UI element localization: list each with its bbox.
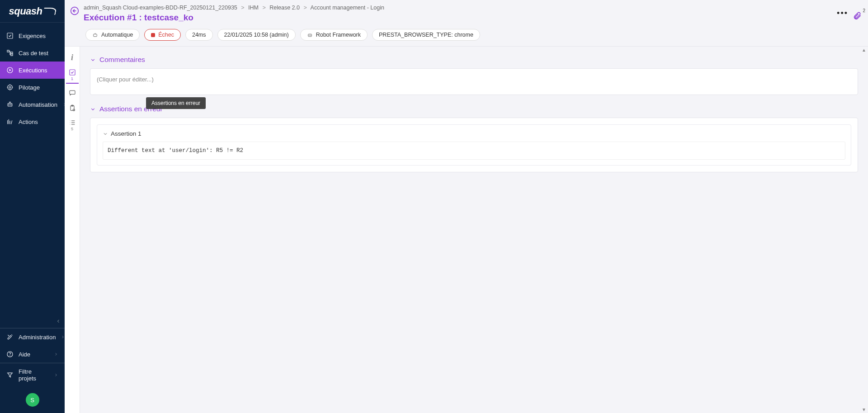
- rail-comments[interactable]: [66, 86, 79, 99]
- assertion-message: Different text at 'user/login': R5 != R2: [103, 142, 845, 160]
- back-button[interactable]: [69, 5, 80, 16]
- pill-mode[interactable]: Automatique: [85, 29, 140, 41]
- logo-text: squash: [9, 5, 42, 17]
- crumb-project[interactable]: admin_Squash Cloud-examples-BDD-RF_20250…: [84, 5, 237, 11]
- nav-label: Exécutions: [19, 67, 47, 74]
- nav-label: Filtre projets: [19, 368, 49, 382]
- nav-label: Pilotage: [19, 84, 40, 91]
- topbar: admin_Squash Cloud-examples-BDD-RF_20250…: [65, 0, 868, 26]
- svg-point-19: [310, 35, 311, 35]
- check-square-icon: [69, 69, 76, 76]
- pills-row: Automatique Échec 24ms 22/01/2025 10:58 …: [65, 26, 868, 46]
- collapse-sidebar-button[interactable]: [0, 314, 65, 328]
- tab-rail: i 1 5: [65, 47, 80, 413]
- pill-label: 24ms: [192, 32, 206, 38]
- nav-actions[interactable]: Actions: [0, 113, 65, 130]
- top-right: ••• 2: [837, 5, 862, 22]
- help-icon: [6, 351, 14, 358]
- rail-info[interactable]: i: [66, 51, 79, 64]
- robot-icon: [6, 101, 14, 108]
- svg-rect-21: [70, 90, 75, 94]
- pill-label: Échec: [158, 32, 174, 38]
- tooltip-assertions: Assertions en erreur: [146, 97, 206, 109]
- nav-label: Actions: [19, 119, 38, 125]
- rail-badge: 5: [71, 127, 73, 131]
- comments-editor[interactable]: (Cliquer pour éditer...): [90, 68, 858, 95]
- svg-point-7: [9, 86, 11, 88]
- robot-small-icon: [92, 32, 98, 38]
- nav-label: Automatisation: [19, 101, 57, 108]
- rail-clipboard[interactable]: [66, 102, 79, 114]
- crumb-ihm[interactable]: IHM: [248, 5, 259, 11]
- nav-cas-de-test[interactable]: Cas de test: [0, 44, 65, 62]
- nav-label: Exigences: [19, 33, 46, 39]
- assertion-item: Assertion 1 Different text at 'user/logi…: [97, 124, 851, 166]
- logo-swoosh-icon: [42, 8, 57, 15]
- breadcrumbs: admin_Squash Cloud-examples-BDD-RF_20250…: [84, 5, 833, 11]
- nav-aide[interactable]: Aide: [0, 346, 65, 363]
- section-assertions: Assertions en erreur Assertion 1 Differe…: [90, 105, 858, 172]
- chevron-down-icon: [103, 131, 108, 137]
- rail-steps[interactable]: 5: [66, 117, 79, 133]
- more-menu-button[interactable]: •••: [837, 9, 848, 18]
- chevron-down-icon: [90, 57, 96, 63]
- nav-administration[interactable]: Administration: [0, 328, 65, 346]
- svg-rect-3: [11, 54, 13, 56]
- svg-point-12: [10, 356, 10, 356]
- user-avatar[interactable]: S: [26, 393, 39, 407]
- nav-label: Cas de test: [19, 50, 48, 57]
- nav-main: Exigences Cas de test Exécutions Pilotag…: [0, 23, 65, 314]
- pill-duration[interactable]: 24ms: [185, 29, 213, 41]
- pill-framework[interactable]: Robot Framework: [300, 29, 368, 41]
- svg-rect-17: [308, 34, 311, 36]
- breadcrumb-sep: >: [303, 5, 307, 11]
- avatar-row: S: [0, 387, 65, 413]
- pill-env[interactable]: PRESTA_BROWSER_TYPE: chrome: [372, 29, 480, 41]
- pill-status[interactable]: Échec: [144, 29, 181, 41]
- nav-filtre-projets[interactable]: Filtre projets: [0, 363, 65, 387]
- page-title: Exécution #1 : testcase_ko: [84, 13, 833, 23]
- play-circle-icon: [6, 66, 14, 74]
- assertions-box: Assertion 1 Different text at 'user/logi…: [90, 118, 858, 172]
- attachments-button[interactable]: 2: [853, 11, 862, 22]
- main: Assertions en erreur admin_Squash Cloud-…: [65, 0, 868, 413]
- library-icon: [6, 118, 14, 125]
- pill-label: 22/01/2025 10:58 (admin): [224, 32, 289, 38]
- nav-exigences[interactable]: Exigences: [0, 27, 65, 44]
- logo[interactable]: squash: [0, 0, 65, 23]
- pill-timestamp[interactable]: 22/01/2025 10:58 (admin): [217, 29, 296, 41]
- nav-executions[interactable]: Exécutions: [0, 62, 65, 79]
- target-icon: [6, 84, 14, 91]
- pill-label: Automatique: [101, 32, 133, 38]
- breadcrumb-sep: >: [241, 5, 244, 11]
- svg-point-9: [9, 104, 9, 105]
- svg-rect-1: [7, 50, 9, 52]
- nav-pilotage[interactable]: Pilotage: [0, 79, 65, 96]
- section-commentaires: Commentaires (Cliquer pour éditer...): [90, 56, 858, 95]
- svg-rect-20: [70, 70, 75, 75]
- chevron-right-icon: [54, 351, 58, 358]
- section-header-commentaires[interactable]: Commentaires: [90, 56, 858, 64]
- scroll-down-icon[interactable]: ▼: [862, 407, 866, 412]
- svg-marker-13: [8, 373, 13, 377]
- nav-bottom: Administration Aide Filtre projets: [0, 328, 65, 413]
- top-center: admin_Squash Cloud-examples-BDD-RF_20250…: [84, 5, 833, 23]
- pill-label: PRESTA_BROWSER_TYPE: chrome: [379, 32, 473, 38]
- assertion-toggle[interactable]: Assertion 1: [103, 130, 845, 137]
- crumb-release[interactable]: Release 2.0: [269, 5, 300, 11]
- clipboard-icon: [69, 104, 76, 112]
- nav-label: Aide: [19, 351, 30, 358]
- nav-automatisation[interactable]: Automatisation: [0, 96, 65, 113]
- assertion-title-text: Assertion 1: [111, 130, 142, 137]
- scroll-up-icon[interactable]: ▲: [862, 47, 866, 52]
- chevron-down-icon: [90, 106, 96, 112]
- rail-checks[interactable]: 1: [66, 67, 79, 84]
- svg-point-10: [10, 104, 11, 105]
- section-title: Commentaires: [99, 56, 145, 64]
- breadcrumb-sep: >: [262, 5, 265, 11]
- sidebar: squash Exigences Cas de test Exécutions …: [0, 0, 65, 413]
- crumb-account[interactable]: Account management - Login: [311, 5, 384, 11]
- svg-point-6: [8, 85, 13, 90]
- list-icon: [69, 119, 76, 126]
- tree-icon: [6, 49, 14, 57]
